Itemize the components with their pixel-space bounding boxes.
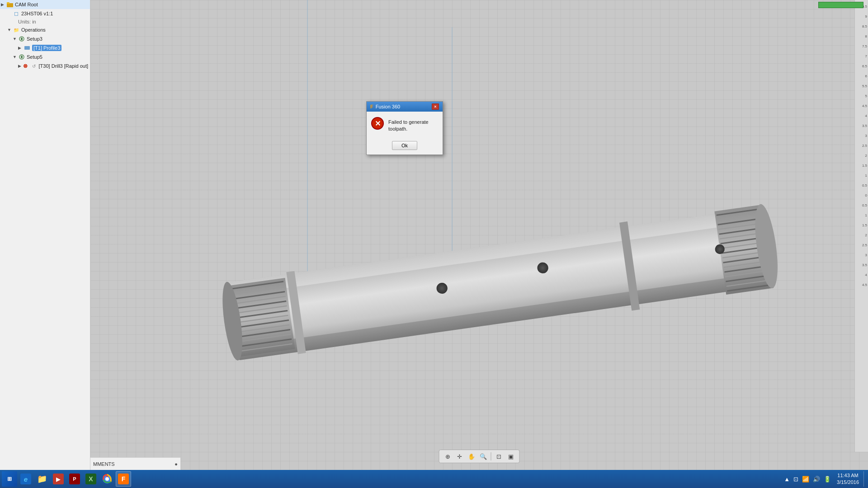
icon-refresh-drill3: ↺ [30, 62, 38, 70]
media-icon: ▶ [53, 474, 64, 484]
icon-error-drill3: ⊗ [22, 62, 29, 70]
tray-icon-1[interactable]: ▲ [783, 476, 791, 483]
dialog-footer: Ok [367, 138, 443, 155]
dialog-title-left: F Fusion 360 [370, 104, 400, 109]
clock-area[interactable]: 11:43 AM 3/15/2016 [833, 472, 863, 486]
start-button[interactable]: ⊞ [2, 471, 17, 487]
main-area: ▶ CAM Root ◻ 23HST06 v1:1 Units: in ▼ � [0, 0, 868, 470]
dialog-overlay: F Fusion 360 × ✕ Failed to generate tool… [90, 0, 868, 470]
dialog-title-text: Fusion 360 [376, 104, 400, 109]
arrow-drill3: ▶ [18, 64, 22, 68]
svg-rect-1 [7, 2, 9, 4]
excel-icon: X [85, 474, 96, 484]
taskbar-explorer[interactable]: 📁 [34, 471, 50, 487]
taskbar-chrome[interactable] [99, 471, 115, 487]
clock-time: 11:43 AM [837, 472, 859, 479]
dialog-title-bar: F Fusion 360 × [367, 102, 443, 112]
chrome-icon [102, 474, 113, 484]
arrow-setup5: ▼ [13, 55, 18, 59]
svg-point-56 [105, 477, 109, 481]
tree-item-setup3[interactable]: ▼ Setup3 [0, 34, 90, 43]
taskbar: ⊞ e 📁 ▶ P X [0, 470, 868, 488]
tray-icon-power[interactable]: 🔋 [822, 476, 832, 483]
dialog-message: Failed to generate toolpath. [388, 117, 438, 133]
tree-item-drill3[interactable]: ▶ ⊗ ↺ [T30] Drill3 [Rapid out] [0, 61, 90, 70]
icon-setup5 [18, 53, 25, 61]
cam-root-label: CAM Root [15, 2, 38, 7]
tree-item-operations[interactable]: ▼ 📁 Operations [0, 25, 90, 34]
tray-icon-sound[interactable]: 🔊 [811, 476, 821, 483]
viewport: 9.5 9 8.5 8 7.5 7 6.5 6 5.5 5 4.5 4 3.5 … [90, 0, 868, 470]
label-setup5: Setup5 [27, 54, 42, 60]
start-label: ⊞ [7, 476, 12, 482]
dialog-error-icon: ✕ [371, 117, 384, 130]
arrow-setup3: ▼ [13, 37, 18, 41]
taskbar-media[interactable]: ▶ [51, 471, 66, 487]
label-profile3: [T1] Profile3 [32, 45, 61, 51]
dialog-ok-button[interactable]: Ok [392, 141, 417, 150]
tree-item-setup5[interactable]: ▼ Setup5 [0, 52, 90, 61]
label-setup3: Setup3 [27, 36, 42, 42]
fusion-icon: F [118, 474, 129, 484]
tree-item-units: Units: in [0, 18, 90, 25]
icon-profile3 [24, 44, 31, 52]
dialog-box: F Fusion 360 × ✕ Failed to generate tool… [366, 101, 443, 155]
label-23hst06: 23HST06 v1:1 [21, 11, 53, 16]
clock-date: 3/15/2016 [837, 479, 859, 486]
ie-icon: e [20, 474, 31, 484]
dialog-close-button[interactable]: × [432, 103, 439, 110]
taskbar-right: ▲ ⊡ 📶 🔊 🔋 11:43 AM 3/15/2016 [783, 471, 866, 487]
dialog-body: ✕ Failed to generate toolpath. [367, 112, 443, 138]
taskbar-excel[interactable]: X [83, 471, 99, 487]
icon-23hst06: ◻ [13, 10, 20, 17]
app-window: ▶ CAM Root ◻ 23HST06 v1:1 Units: in ▼ � [0, 0, 868, 488]
icon-cam-root [6, 1, 14, 8]
label-operations: Operations [21, 27, 46, 33]
arrow-cam-root: ▶ [1, 2, 6, 7]
3dpos-icon: P [69, 474, 80, 484]
taskbar-fusion[interactable]: F [116, 471, 131, 487]
svg-rect-4 [24, 46, 30, 50]
explorer-icon: 📁 [37, 474, 47, 484]
tree-item-cam-root[interactable]: ▶ CAM Root [0, 0, 90, 9]
tree-item-23hst06[interactable]: ◻ 23HST06 v1:1 [0, 9, 90, 18]
label-units: Units: in [18, 19, 36, 24]
arrow-operations: ▼ [7, 28, 13, 32]
tray-icon-2[interactable]: ⊡ [792, 476, 800, 483]
show-desktop-btn[interactable] [863, 471, 866, 487]
dialog-app-icon: F [370, 104, 373, 109]
svg-rect-3 [21, 38, 23, 40]
tree-item-profile3[interactable]: ▶ [T1] Profile3 [0, 43, 90, 52]
arrow-profile3: ▶ [18, 46, 24, 50]
taskbar-ie[interactable]: e [18, 471, 33, 487]
icon-operations: 📁 [13, 26, 20, 33]
taskbar-3dpos[interactable]: P [67, 471, 82, 487]
svg-rect-6 [21, 56, 23, 58]
label-drill3: [T30] Drill3 [Rapid out] [39, 63, 88, 69]
icon-setup3 [18, 35, 25, 42]
tray-icon-network[interactable]: 📶 [801, 476, 811, 483]
left-panel: ▶ CAM Root ◻ 23HST06 v1:1 Units: in ▼ � [0, 0, 90, 470]
